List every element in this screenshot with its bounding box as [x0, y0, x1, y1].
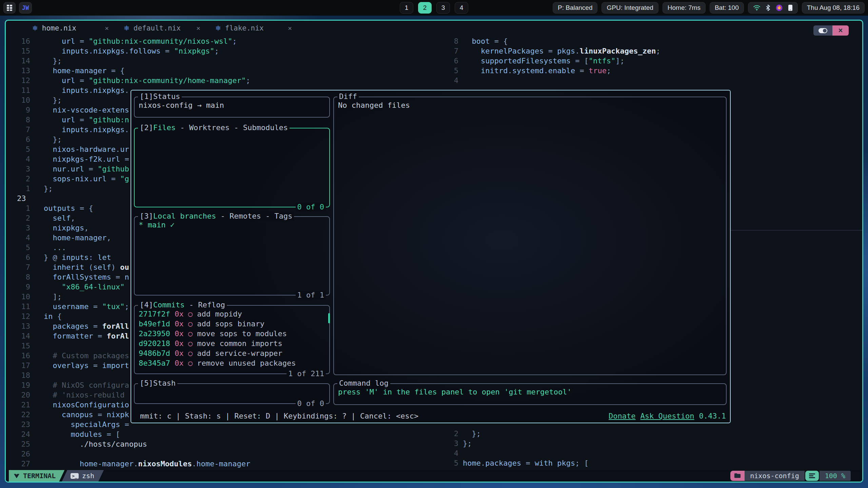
- line-number: 6: [6, 135, 30, 144]
- commits-panel-title: [4]Commits - Reflog: [138, 301, 227, 309]
- branches-count: 1 of 1: [296, 291, 326, 300]
- nix-snowflake-icon: ❄: [215, 24, 221, 32]
- files-count: 0 of 0: [296, 203, 326, 211]
- status-pill[interactable]: Home: 7ms: [663, 2, 706, 14]
- code-line: 8 boot = {: [436, 36, 860, 46]
- line-number: 7: [436, 46, 458, 56]
- code-line: 7 kernelPackages = pkgs.linuxPackages_ze…: [436, 46, 860, 56]
- line-number: 5: [436, 458, 458, 468]
- wifi-icon[interactable]: [753, 5, 761, 11]
- command-log-title: Command log: [337, 379, 390, 388]
- lazygit-command-log-panel[interactable]: Command log press 'M' in the files panel…: [333, 383, 727, 405]
- terminal-icon: >_: [71, 473, 79, 479]
- shell-segment: >_ zsh: [62, 470, 104, 482]
- code-line: 15 inputs.nixpkgs.follows = "nixpkgs";: [6, 46, 433, 56]
- scroll-percent: 100 %: [820, 471, 851, 481]
- workspace-button-1[interactable]: 1: [400, 2, 413, 14]
- line-number: 2: [6, 213, 30, 223]
- commit-row[interactable]: d920218 0x ○ move common imports: [135, 339, 329, 348]
- close-icon: ×: [839, 26, 843, 35]
- workspace-button-3[interactable]: 3: [436, 2, 450, 14]
- tab-default.nix[interactable]: ❄default.nix×: [116, 21, 208, 36]
- commit-row[interactable]: 9486b7d 0x ○ add service-wrapper: [135, 348, 329, 358]
- browser-icon[interactable]: [775, 4, 783, 12]
- line-number: 24: [6, 429, 30, 439]
- line-number: 18: [6, 370, 30, 380]
- status-pill[interactable]: GPU: Integrated: [601, 2, 658, 14]
- line-number: 16: [6, 351, 30, 361]
- commit-row[interactable]: b49ef1d 0x ○ add sops binary: [135, 319, 329, 329]
- status-pill[interactable]: Bat: 100: [710, 2, 744, 14]
- code-pane-default-nix[interactable]: 8 boot = {7 kernelPackages = pkgs.linuxP…: [436, 36, 860, 85]
- lazygit-files-panel[interactable]: [2]Files - Worktrees - Submodules 0 of 0: [134, 128, 330, 207]
- status-panel-title: [1]Status: [138, 92, 182, 101]
- line-number: 4: [6, 233, 30, 243]
- workspace-switcher: 1234: [400, 2, 468, 14]
- commit-row[interactable]: 8e345a7 0x ○ remove unused packages: [135, 358, 329, 368]
- bluetooth-icon[interactable]: [766, 4, 770, 11]
- line-number: 7: [6, 125, 30, 135]
- line-number: 6: [6, 252, 30, 262]
- line-number: 4: [436, 448, 458, 458]
- phone-icon[interactable]: [788, 4, 793, 11]
- commit-row[interactable]: 2a23950 0x ○ move sops to modules: [135, 329, 329, 339]
- line-number: 20: [6, 390, 30, 400]
- donate-link[interactable]: Donate: [609, 411, 635, 421]
- code-line: 16 url = "github:nix-community/nixos-wsl…: [6, 36, 433, 46]
- tab-close-icon[interactable]: ×: [196, 24, 200, 32]
- workspace-button-4[interactable]: 4: [455, 2, 468, 14]
- lazygit-branches-panel[interactable]: [3]Local branches - Remotes - Tags * mai…: [134, 216, 330, 296]
- ask-question-link[interactable]: Ask Question: [640, 411, 694, 421]
- window-pin-toggle[interactable]: [813, 25, 832, 36]
- lazygit-commits-panel[interactable]: [4]Commits - Reflog 2717f2f 0x ○ add mop…: [134, 305, 330, 374]
- line-number: 2: [436, 429, 458, 439]
- editor-window: ❄home.nix×❄default.nix×❄flake.nix× × 16 …: [5, 20, 863, 483]
- stash-panel-title: [5]Stash: [138, 379, 177, 388]
- status-pill[interactable]: P: Balanced: [553, 2, 597, 14]
- lazygit-diff-panel[interactable]: Diff No changed files: [333, 97, 727, 375]
- system-status-pills: P: BalancedGPU: IntegratedHome: 7msBat: …: [553, 2, 744, 14]
- line-number: 15: [6, 46, 30, 56]
- line-number: 23: [6, 194, 30, 203]
- code-line: 13 home-manager = {: [6, 66, 433, 76]
- files-panel-title: [2]Files - Worktrees - Submodules: [138, 123, 290, 132]
- line-number: 27: [6, 459, 30, 469]
- line-number: 3: [436, 439, 458, 448]
- code-pane-home-nix[interactable]: 2 };3};45home.packages = with pkgs; [: [436, 429, 860, 468]
- code-line: 5 initrd.systemd.enable = true;: [436, 66, 860, 76]
- code-line: 3};: [436, 439, 860, 448]
- tab-close-icon[interactable]: ×: [105, 24, 109, 32]
- tab-flake.nix[interactable]: ❄flake.nix×: [208, 21, 299, 36]
- version-label: 0.43.1: [699, 411, 726, 421]
- line-number: 16: [6, 36, 30, 46]
- line-number: 19: [6, 380, 30, 390]
- line-number: 5: [6, 243, 30, 252]
- line-number: 7: [6, 262, 30, 272]
- commit-row[interactable]: 2717f2f 0x ○ add mopidy: [135, 309, 329, 319]
- tab-close-icon[interactable]: ×: [288, 24, 292, 32]
- stash-count: 0 of 0: [296, 399, 326, 408]
- lazygit-status-panel[interactable]: [1]Status nixos-config → main: [134, 97, 330, 118]
- line-number: 2: [6, 174, 30, 184]
- line-number: 5: [436, 66, 458, 76]
- line-number: 1: [6, 203, 30, 213]
- code-line: 5home.packages = with pkgs; [: [436, 458, 860, 468]
- code-line: 25 ./hosts/canopus: [6, 439, 433, 449]
- lazygit-stash-panel[interactable]: [5]Stash 0 of 0: [134, 383, 330, 404]
- line-number: 4: [436, 76, 458, 85]
- line-number: 11: [6, 85, 30, 95]
- tab-home.nix[interactable]: ❄home.nix×: [25, 21, 116, 36]
- window-close-button[interactable]: ×: [832, 25, 849, 36]
- line-number: 13: [6, 66, 30, 76]
- code-line: 4: [436, 448, 860, 458]
- commits-count: 1 of 211: [287, 369, 326, 378]
- keyboard-layout-indicator[interactable]: JW: [19, 2, 32, 14]
- nix-snowflake-icon: ❄: [32, 24, 38, 32]
- workspace-button-2[interactable]: 2: [418, 2, 432, 14]
- line-number: 5: [6, 144, 30, 154]
- commits-scrollbar[interactable]: [328, 313, 330, 323]
- clock[interactable]: Thu Aug 08, 18:16: [802, 2, 865, 14]
- line-number: 14: [6, 331, 30, 341]
- line-number: 11: [6, 302, 30, 311]
- app-launcher-button[interactable]: [3, 2, 16, 14]
